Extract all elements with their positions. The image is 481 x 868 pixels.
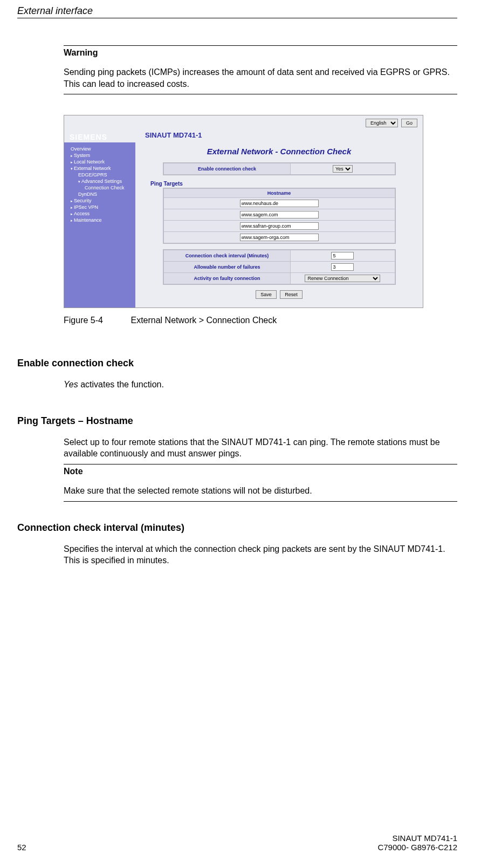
hostname-input-2[interactable] xyxy=(240,211,319,218)
activity-label: Activity on faulty connection xyxy=(163,273,291,284)
nav-local-network[interactable]: Local Network xyxy=(64,159,135,165)
figure-number: Figure 5-4 xyxy=(64,316,128,325)
product-name: SINAUT MD741-1 xyxy=(113,131,202,139)
nav-overview[interactable]: Overview xyxy=(64,146,135,152)
interval-text: Specifies the interval at which the conn… xyxy=(64,543,457,566)
language-select[interactable]: English xyxy=(366,119,398,127)
hostname-header: Hostname xyxy=(163,189,395,198)
nav-ipsec-vpn[interactable]: IPSec VPN xyxy=(64,204,135,210)
interval-label: Connection check interval (Minutes) xyxy=(163,250,291,262)
ping-text: Select up to four remote stations that t… xyxy=(64,436,457,460)
interval-heading: Connection check interval (minutes) xyxy=(17,522,457,534)
footer-line2: C79000- G8976-C212 xyxy=(377,843,457,852)
embedded-screenshot: English Go SIEMENS SINAUT MD741-1 Overvi… xyxy=(64,115,423,308)
sidebar-nav: Overview System Local Network External N… xyxy=(64,142,135,307)
nav-external-network[interactable]: External Network xyxy=(64,165,135,172)
save-button[interactable]: Save xyxy=(256,290,277,299)
hostname-input-3[interactable] xyxy=(240,222,319,230)
note-title: Note xyxy=(64,467,457,476)
settings-panel: Connection check interval (Minutes) Allo… xyxy=(163,249,396,285)
ping-heading: Ping Targets – Hostname xyxy=(17,415,457,427)
hostname-input-4[interactable] xyxy=(240,234,319,241)
nav-dyndns[interactable]: DynDNS xyxy=(64,191,135,197)
nav-advanced-settings[interactable]: Advanced Settings xyxy=(64,178,135,184)
ping-targets-panel: Hostname xyxy=(163,188,396,244)
ping-targets-heading: Ping Targets xyxy=(150,181,411,187)
enable-panel: Enable connection check Yes xyxy=(163,162,396,175)
hostname-input-1[interactable] xyxy=(240,200,319,207)
enable-heading: Enable connection check xyxy=(17,358,457,369)
enable-text: Yes activates the function. xyxy=(64,379,457,391)
failures-input[interactable] xyxy=(331,263,354,271)
nav-access[interactable]: Access xyxy=(64,210,135,217)
enable-label: Enable connection check xyxy=(163,163,291,175)
footer-line1: SINAUT MD741-1 xyxy=(377,833,457,843)
nav-edge-gprs[interactable]: EDGE/GPRS xyxy=(64,172,135,178)
nav-connection-check[interactable]: Connection Check xyxy=(64,184,135,191)
nav-maintenance[interactable]: Maintenance xyxy=(64,217,135,223)
page-number: 52 xyxy=(17,843,26,852)
note-top-rule xyxy=(64,464,457,464)
figure-caption: Figure 5-4 External Network > Connection… xyxy=(64,316,457,325)
nav-security[interactable]: Security xyxy=(64,197,135,204)
panel-title: External Network - Connection Check xyxy=(147,147,411,156)
running-header-title: External interface xyxy=(17,5,93,17)
reset-button[interactable]: Reset xyxy=(280,290,303,299)
enable-select[interactable]: Yes xyxy=(333,165,353,173)
nav-system[interactable]: System xyxy=(64,152,135,159)
siemens-logo: SIEMENS xyxy=(64,131,113,142)
warning-text: Sending ping packets (ICMPs) increases t… xyxy=(64,66,457,90)
figure-caption-text: External Network > Connection Check xyxy=(130,316,277,325)
interval-input[interactable] xyxy=(331,252,354,259)
note-text: Make sure that the selected remote stati… xyxy=(64,485,457,497)
warning-title: Warning xyxy=(64,48,457,58)
warning-top-rule xyxy=(64,45,457,46)
activity-select[interactable]: Renew Connection xyxy=(305,275,380,282)
go-button[interactable]: Go xyxy=(401,119,417,127)
failures-label: Allowable number of failures xyxy=(163,262,291,273)
